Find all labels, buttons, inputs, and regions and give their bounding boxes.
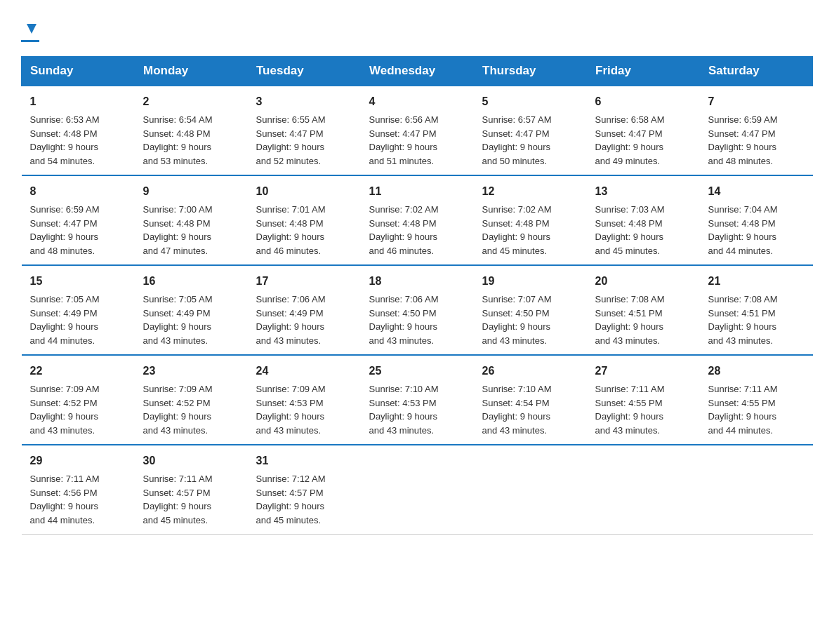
day-info: Sunrise: 7:12 AMSunset: 4:57 PMDaylight:… <box>256 474 326 525</box>
day-info: Sunrise: 7:05 AMSunset: 4:49 PMDaylight:… <box>143 294 213 346</box>
calendar-day-cell: 14 Sunrise: 7:04 AMSunset: 4:48 PMDaylig… <box>700 175 813 265</box>
calendar-header: SundayMondayTuesdayWednesdayThursdayFrid… <box>22 57 813 86</box>
day-number: 20 <box>595 273 691 290</box>
calendar-day-cell: 7 Sunrise: 6:59 AMSunset: 4:47 PMDayligh… <box>700 86 813 175</box>
day-info: Sunrise: 7:04 AMSunset: 4:48 PMDaylight:… <box>708 204 778 256</box>
calendar-week-row: 15 Sunrise: 7:05 AMSunset: 4:49 PMDaylig… <box>22 265 813 355</box>
day-info: Sunrise: 7:03 AMSunset: 4:48 PMDaylight:… <box>595 204 665 256</box>
day-info: Sunrise: 7:10 AMSunset: 4:53 PMDaylight:… <box>369 384 439 436</box>
day-info: Sunrise: 7:08 AMSunset: 4:51 PMDaylight:… <box>595 294 665 346</box>
day-info: Sunrise: 7:11 AMSunset: 4:56 PMDaylight:… <box>30 474 100 525</box>
calendar-day-cell: 26 Sunrise: 7:10 AMSunset: 4:54 PMDaylig… <box>474 355 587 445</box>
calendar-table: SundayMondayTuesdayWednesdayThursdayFrid… <box>21 56 813 535</box>
calendar-header-cell: Monday <box>135 57 248 86</box>
calendar-week-row: 1 Sunrise: 6:53 AMSunset: 4:48 PMDayligh… <box>22 86 813 175</box>
calendar-day-cell: 29 Sunrise: 7:11 AMSunset: 4:56 PMDaylig… <box>22 445 135 535</box>
day-info: Sunrise: 6:59 AMSunset: 4:47 PMDaylight:… <box>30 204 100 256</box>
day-number: 23 <box>143 363 239 380</box>
page-header <box>21 21 813 42</box>
day-info: Sunrise: 7:09 AMSunset: 4:52 PMDaylight:… <box>143 384 213 436</box>
day-number: 11 <box>369 183 465 200</box>
day-number: 16 <box>143 273 239 290</box>
calendar-header-row: SundayMondayTuesdayWednesdayThursdayFrid… <box>22 57 813 86</box>
calendar-day-cell: 18 Sunrise: 7:06 AMSunset: 4:50 PMDaylig… <box>361 265 474 355</box>
calendar-day-cell: 28 Sunrise: 7:11 AMSunset: 4:55 PMDaylig… <box>700 355 813 445</box>
day-info: Sunrise: 7:02 AMSunset: 4:48 PMDaylight:… <box>482 204 552 256</box>
calendar-day-cell: 3 Sunrise: 6:55 AMSunset: 4:47 PMDayligh… <box>248 86 361 175</box>
day-number: 19 <box>482 273 578 290</box>
day-number: 13 <box>595 183 691 200</box>
day-number: 30 <box>143 452 239 469</box>
day-info: Sunrise: 6:58 AMSunset: 4:47 PMDaylight:… <box>595 114 665 166</box>
calendar-day-cell: 23 Sunrise: 7:09 AMSunset: 4:52 PMDaylig… <box>135 355 248 445</box>
calendar-day-cell: 1 Sunrise: 6:53 AMSunset: 4:48 PMDayligh… <box>22 86 135 175</box>
day-number: 29 <box>30 452 126 469</box>
calendar-day-cell: 2 Sunrise: 6:54 AMSunset: 4:48 PMDayligh… <box>135 86 248 175</box>
day-info: Sunrise: 7:00 AMSunset: 4:48 PMDaylight:… <box>143 204 213 256</box>
calendar-week-row: 22 Sunrise: 7:09 AMSunset: 4:52 PMDaylig… <box>22 355 813 445</box>
calendar-week-row: 8 Sunrise: 6:59 AMSunset: 4:47 PMDayligh… <box>22 175 813 265</box>
day-number: 28 <box>708 363 805 380</box>
calendar-header-cell: Saturday <box>700 57 813 86</box>
calendar-day-cell <box>587 445 700 535</box>
day-number: 31 <box>256 452 352 469</box>
calendar-day-cell: 8 Sunrise: 6:59 AMSunset: 4:47 PMDayligh… <box>22 175 135 265</box>
day-info: Sunrise: 7:02 AMSunset: 4:48 PMDaylight:… <box>369 204 439 256</box>
day-number: 17 <box>256 273 352 290</box>
calendar-day-cell: 13 Sunrise: 7:03 AMSunset: 4:48 PMDaylig… <box>587 175 700 265</box>
day-info: Sunrise: 7:01 AMSunset: 4:48 PMDaylight:… <box>256 204 326 256</box>
calendar-day-cell: 9 Sunrise: 7:00 AMSunset: 4:48 PMDayligh… <box>135 175 248 265</box>
calendar-day-cell: 5 Sunrise: 6:57 AMSunset: 4:47 PMDayligh… <box>474 86 587 175</box>
day-info: Sunrise: 7:11 AMSunset: 4:55 PMDaylight:… <box>595 384 665 436</box>
calendar-day-cell: 10 Sunrise: 7:01 AMSunset: 4:48 PMDaylig… <box>248 175 361 265</box>
day-number: 2 <box>143 93 239 110</box>
logo-underline <box>21 40 39 42</box>
day-number: 14 <box>708 183 805 200</box>
day-number: 21 <box>708 273 805 290</box>
calendar-body: 1 Sunrise: 6:53 AMSunset: 4:48 PMDayligh… <box>22 86 813 535</box>
day-info: Sunrise: 6:55 AMSunset: 4:47 PMDaylight:… <box>256 114 326 166</box>
day-info: Sunrise: 7:07 AMSunset: 4:50 PMDaylight:… <box>482 294 552 346</box>
logo <box>21 21 39 42</box>
day-info: Sunrise: 7:08 AMSunset: 4:51 PMDaylight:… <box>708 294 778 346</box>
day-number: 25 <box>369 363 465 380</box>
svg-marker-0 <box>27 24 37 34</box>
calendar-day-cell <box>361 445 474 535</box>
calendar-header-cell: Tuesday <box>248 57 361 86</box>
day-info: Sunrise: 6:53 AMSunset: 4:48 PMDaylight:… <box>30 114 100 166</box>
day-info: Sunrise: 6:59 AMSunset: 4:47 PMDaylight:… <box>708 114 778 166</box>
calendar-day-cell: 19 Sunrise: 7:07 AMSunset: 4:50 PMDaylig… <box>474 265 587 355</box>
day-number: 7 <box>708 93 805 110</box>
day-number: 10 <box>256 183 352 200</box>
day-number: 18 <box>369 273 465 290</box>
calendar-day-cell: 16 Sunrise: 7:05 AMSunset: 4:49 PMDaylig… <box>135 265 248 355</box>
calendar-day-cell: 21 Sunrise: 7:08 AMSunset: 4:51 PMDaylig… <box>700 265 813 355</box>
calendar-day-cell: 12 Sunrise: 7:02 AMSunset: 4:48 PMDaylig… <box>474 175 587 265</box>
day-info: Sunrise: 7:11 AMSunset: 4:55 PMDaylight:… <box>708 384 778 436</box>
day-number: 9 <box>143 183 239 200</box>
day-info: Sunrise: 7:10 AMSunset: 4:54 PMDaylight:… <box>482 384 552 436</box>
day-number: 26 <box>482 363 578 380</box>
day-number: 24 <box>256 363 352 380</box>
day-number: 15 <box>30 273 126 290</box>
day-info: Sunrise: 7:06 AMSunset: 4:49 PMDaylight:… <box>256 294 326 346</box>
calendar-header-cell: Wednesday <box>361 57 474 86</box>
day-number: 12 <box>482 183 578 200</box>
calendar-day-cell: 25 Sunrise: 7:10 AMSunset: 4:53 PMDaylig… <box>361 355 474 445</box>
day-info: Sunrise: 6:54 AMSunset: 4:48 PMDaylight:… <box>143 114 213 166</box>
day-number: 3 <box>256 93 352 110</box>
logo-triangle-icon <box>24 21 39 39</box>
day-info: Sunrise: 7:11 AMSunset: 4:57 PMDaylight:… <box>143 474 213 525</box>
calendar-day-cell: 27 Sunrise: 7:11 AMSunset: 4:55 PMDaylig… <box>587 355 700 445</box>
day-info: Sunrise: 7:05 AMSunset: 4:49 PMDaylight:… <box>30 294 100 346</box>
day-info: Sunrise: 7:09 AMSunset: 4:53 PMDaylight:… <box>256 384 326 436</box>
day-number: 6 <box>595 93 691 110</box>
day-info: Sunrise: 7:09 AMSunset: 4:52 PMDaylight:… <box>30 384 100 436</box>
calendar-day-cell: 11 Sunrise: 7:02 AMSunset: 4:48 PMDaylig… <box>361 175 474 265</box>
day-number: 4 <box>369 93 465 110</box>
day-info: Sunrise: 6:57 AMSunset: 4:47 PMDaylight:… <box>482 114 552 166</box>
day-info: Sunrise: 6:56 AMSunset: 4:47 PMDaylight:… <box>369 114 439 166</box>
calendar-day-cell: 30 Sunrise: 7:11 AMSunset: 4:57 PMDaylig… <box>135 445 248 535</box>
calendar-header-cell: Thursday <box>474 57 587 86</box>
calendar-week-row: 29 Sunrise: 7:11 AMSunset: 4:56 PMDaylig… <box>22 445 813 535</box>
